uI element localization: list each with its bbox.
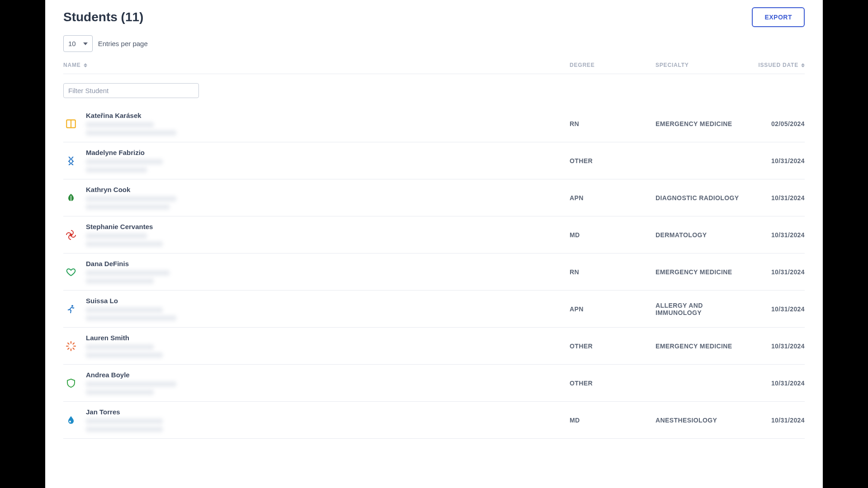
entries-per-page-select[interactable]: 10 xyxy=(63,35,93,52)
name-cell: Madelyne Fabrizio xyxy=(83,149,570,173)
column-header-degree[interactable]: DEGREE xyxy=(570,62,656,68)
table-row[interactable]: Stephanie CervantesMDDERMATOLOGY10/31/20… xyxy=(63,216,805,253)
student-name: Jan Torres xyxy=(86,408,570,416)
chevron-down-icon xyxy=(83,42,88,45)
filter-row xyxy=(63,74,805,105)
redacted-line xyxy=(86,389,154,395)
redacted-line xyxy=(86,159,163,164)
avatar-cell xyxy=(63,377,83,389)
issued-date-cell: 10/31/2024 xyxy=(746,380,805,387)
redacted-line xyxy=(86,278,154,284)
pagination-controls: 10 Entries per page xyxy=(63,35,805,58)
column-header-label: DEGREE xyxy=(570,62,594,68)
redacted-line xyxy=(86,196,176,202)
name-cell: Stephanie Cervantes xyxy=(83,223,570,247)
redacted-line xyxy=(86,122,154,127)
table-row[interactable]: Lauren SmithOTHEREMERGENCY MEDICINE10/31… xyxy=(63,328,805,365)
heart-icon xyxy=(65,266,77,278)
issued-date-cell: 10/31/2024 xyxy=(746,343,805,350)
redacted-line xyxy=(86,130,176,136)
entries-per-page-label: Entries per page xyxy=(98,40,148,47)
redacted-line xyxy=(86,352,163,358)
name-cell: Andrea Boyle xyxy=(83,371,570,395)
degree-cell: OTHER xyxy=(570,157,656,164)
avatar-cell xyxy=(63,118,83,130)
degree-cell: RN xyxy=(570,120,656,127)
column-header-name[interactable]: NAME xyxy=(63,62,570,68)
avatar-cell xyxy=(63,414,83,426)
sort-icon xyxy=(801,63,805,67)
avatar-cell xyxy=(63,266,83,278)
book-icon xyxy=(65,118,77,130)
table-body: Kateřina KarásekRNEMERGENCY MEDICINE02/0… xyxy=(63,105,805,439)
redacted-line xyxy=(86,167,147,173)
specialty-cell: EMERGENCY MEDICINE xyxy=(656,343,746,350)
issued-date-cell: 10/31/2024 xyxy=(746,231,805,239)
table-row[interactable]: Kateřina KarásekRNEMERGENCY MEDICINE02/0… xyxy=(63,105,805,142)
degree-cell: APN xyxy=(570,194,656,202)
column-header-label: ISSUED DATE xyxy=(758,62,798,68)
export-button[interactable]: EXPORT xyxy=(752,7,805,27)
specialty-cell: ANESTHESIOLOGY xyxy=(656,417,746,424)
redacted-line xyxy=(86,418,163,424)
run-icon xyxy=(65,303,77,315)
page-title: Students (11) xyxy=(63,10,143,24)
degree-cell: OTHER xyxy=(570,380,656,387)
avatar-cell xyxy=(63,229,83,241)
redacted-line xyxy=(86,233,147,239)
table-row[interactable]: Andrea BoyleOTHER10/31/2024 xyxy=(63,365,805,402)
shield-icon xyxy=(65,377,77,389)
entries-per-page-value: 10 xyxy=(68,40,76,47)
name-cell: Kathryn Cook xyxy=(83,186,570,210)
redacted-line xyxy=(86,241,163,247)
table-row[interactable]: Suissa LoAPNALLERGY AND IMMUNOLOGY10/31/… xyxy=(63,291,805,328)
student-name: Madelyne Fabrizio xyxy=(86,149,570,156)
specialty-cell: DIAGNOSTIC RADIOLOGY xyxy=(656,194,746,202)
table-row[interactable]: Kathryn CookAPNDIAGNOSTIC RADIOLOGY10/31… xyxy=(63,179,805,216)
name-cell: Jan Torres xyxy=(83,408,570,432)
column-header-issued-date[interactable]: ISSUED DATE xyxy=(746,62,805,68)
specialty-cell: DERMATOLOGY xyxy=(656,231,746,239)
column-header-label: NAME xyxy=(63,62,81,68)
filter-student-input[interactable] xyxy=(63,83,199,98)
student-name: Lauren Smith xyxy=(86,334,570,342)
specialty-cell: EMERGENCY MEDICINE xyxy=(656,268,746,276)
dna-icon xyxy=(65,155,77,167)
degree-cell: OTHER xyxy=(570,343,656,350)
redacted-line xyxy=(86,270,170,276)
name-cell: Suissa Lo xyxy=(83,297,570,321)
degree-cell: MD xyxy=(570,231,656,239)
table-header: NAME DEGREE SPECIALTY ISSUED DATE xyxy=(63,58,805,74)
svg-point-2 xyxy=(71,305,73,307)
student-name: Kathryn Cook xyxy=(86,186,570,193)
avatar-cell xyxy=(63,340,83,352)
student-name: Kateřina Karásek xyxy=(86,112,570,119)
specialty-cell: EMERGENCY MEDICINE xyxy=(656,120,746,127)
issued-date-cell: 02/05/2024 xyxy=(746,120,805,127)
redacted-line xyxy=(86,427,163,432)
redacted-line xyxy=(86,307,163,313)
table-row[interactable]: Madelyne FabrizioOTHER10/31/2024 xyxy=(63,142,805,179)
redacted-line xyxy=(86,344,154,350)
name-cell: Lauren Smith xyxy=(83,334,570,358)
table-row[interactable]: Jan TorresMDANESTHESIOLOGY10/31/2024 xyxy=(63,402,805,439)
issued-date-cell: 10/31/2024 xyxy=(746,305,805,313)
students-page: Students (11) EXPORT 10 Entries per page… xyxy=(45,0,823,488)
leaf-icon xyxy=(65,192,77,204)
column-header-specialty[interactable]: SPECIALTY xyxy=(656,62,746,68)
issued-date-cell: 10/31/2024 xyxy=(746,194,805,202)
issued-date-cell: 10/31/2024 xyxy=(746,417,805,424)
avatar-cell xyxy=(63,155,83,167)
name-cell: Kateřina Karásek xyxy=(83,112,570,136)
specialty-cell: ALLERGY AND IMMUNOLOGY xyxy=(656,302,746,316)
table-row[interactable]: Dana DeFinisRNEMERGENCY MEDICINE10/31/20… xyxy=(63,253,805,291)
issued-date-cell: 10/31/2024 xyxy=(746,268,805,276)
degree-cell: APN xyxy=(570,305,656,313)
sort-icon xyxy=(84,63,87,67)
avatar-cell xyxy=(63,192,83,204)
avatar-cell xyxy=(63,303,83,315)
degree-cell: RN xyxy=(570,268,656,276)
student-name: Andrea Boyle xyxy=(86,371,570,379)
student-name: Dana DeFinis xyxy=(86,260,570,267)
column-header-label: SPECIALTY xyxy=(656,62,689,68)
